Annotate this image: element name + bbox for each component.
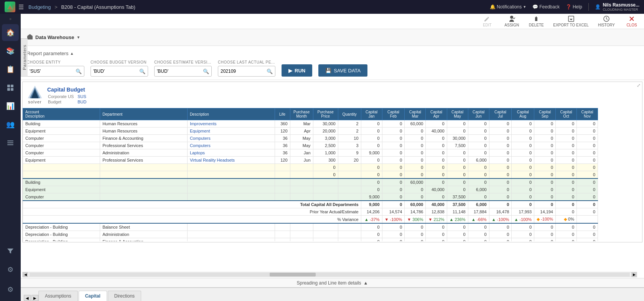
table-row: Equipment Professional Services Virtual … [23, 157, 598, 164]
feedback-link[interactable]: 💬 Feedback [532, 4, 560, 10]
resize-handle[interactable]: ⤢ [637, 83, 641, 87]
budget-search-icon[interactable]: 🔍 [139, 69, 145, 74]
sidebar: » 🏠 📚 📋 📊 👥 ⚙ ⚙ [0, 14, 21, 301]
sidebar-item-reports[interactable]: 📚 [2, 43, 19, 59]
entity-input[interactable] [30, 69, 76, 74]
edit-button[interactable]: EDIT [479, 15, 495, 27]
close-button[interactable]: CLOS [624, 15, 639, 27]
table-row: Computer Professional Services Computers… [23, 142, 598, 149]
warehouse-icon [27, 34, 33, 41]
svg-rect-2 [7, 85, 10, 87]
table-row: Building Human Resources Improvements 36… [23, 120, 598, 128]
company-code: SUS [77, 94, 89, 99]
run-button[interactable]: ▶ RUN [282, 64, 312, 77]
logo [5, 2, 15, 12]
sidebar-item-users[interactable]: 👥 [2, 116, 19, 133]
assign-button[interactable]: ASSIGN [504, 15, 519, 27]
help-icon: ❓ [566, 4, 572, 10]
warehouse-selector[interactable]: Data Warehouse ▼ [27, 34, 80, 41]
help-link[interactable]: ❓ Help [566, 4, 582, 10]
spreadsheet-area: ⤢ solver Capital Budget Corporate US SUS [22, 82, 642, 242]
table-row[interactable]: 0 0 0 0 0 0 0 0 0 0 0 0 [23, 171, 598, 179]
svg-rect-10 [27, 36, 33, 39]
svg-rect-3 [11, 85, 13, 87]
sidebar-item-home[interactable]: 🏠 [2, 24, 19, 41]
nav-actions: 🔔 Notifications ▼ 💬 Feedback ❓ Help 👤 Ni… [490, 2, 639, 11]
company-label: Corporate US [48, 94, 77, 99]
budget-param: CHOOSE BUDGET VERSION 🔍 [91, 60, 148, 77]
user-section[interactable]: 👤 Nils Rasmusse... CLOUDMAG MASTER [595, 2, 639, 11]
chevron-up-icon: ▲ [70, 51, 74, 56]
estimate-param: CHOOSE ESTIMATE VERSI... 🔍 [154, 60, 212, 77]
depreciation-row: Depreciation - Building Administration 0… [23, 231, 598, 238]
depreciation-row: Depreciation - Building Balance Sheet 0 … [23, 223, 598, 231]
tab-capital[interactable]: Capital [79, 291, 107, 301]
tab-directions[interactable]: Directions [108, 291, 141, 301]
table-row: Computer Finance & Accounting Computers … [23, 135, 598, 142]
scroll-left-button[interactable]: ◀ [23, 272, 28, 277]
chevron-down-icon: ▼ [523, 5, 526, 9]
breadcrumb: Budgeting > B208 - Capital (Assumptions … [28, 4, 487, 10]
table-row[interactable]: 0 0 0 0 0 0 0 0 0 0 0 0 [23, 164, 598, 171]
svg-rect-5 [11, 88, 13, 91]
sub-toolbar: Data Warehouse ▼ [21, 29, 644, 46]
last-actual-input[interactable] [221, 69, 267, 74]
report-title: Capital Budget [47, 87, 91, 93]
report-header: solver Capital Budget Corporate US SUS B… [23, 82, 642, 108]
toolbar: EDIT ASSIGN DELETE EXPORT TO EXCEL HISTO… [21, 14, 644, 29]
parameters-side-label[interactable]: Parameters [21, 38, 28, 77]
user-icon: 👤 [595, 4, 601, 10]
topbar: ☰ Budgeting > B208 - Capital (Assumption… [0, 0, 644, 14]
notifications-link[interactable]: 🔔 Notifications ▼ [490, 4, 526, 10]
bell-icon: 🔔 [490, 4, 496, 10]
subtotal-equipment-row: Equipment 0 0 0 40,000 0 6,000 0 [23, 186, 598, 193]
sidebar-item-settings[interactable]: ⚙ [2, 281, 19, 298]
chevron-down-icon: ▼ [76, 35, 80, 39]
version-code: BUD [77, 100, 89, 104]
arrow-up-icon: ▲ [364, 280, 368, 286]
data-table: AccountDescription Department Descriptio… [23, 108, 598, 241]
variance-row: % Variance ▲ -37% ▼ -100% ▼ 306% ▼ 212% … [23, 216, 598, 224]
bottom-tabs: ◀ ▶ Assumptions Capital Directions [21, 287, 644, 301]
tab-assumptions[interactable]: Assumptions [38, 291, 78, 301]
bottom-bar[interactable]: Spreading and Line item details ▲ [21, 278, 644, 287]
delete-button[interactable]: DELETE [529, 15, 544, 27]
last-actual-param: CHOOSE LAST ACTUAL PE... 🔍 [218, 60, 275, 77]
svg-rect-4 [7, 88, 10, 91]
depreciation-row: Depreciation - Building Finance & Accoun… [23, 238, 598, 242]
estimate-search-icon[interactable]: 🔍 [203, 69, 209, 74]
export-button[interactable]: EXPORT TO EXCEL [553, 15, 589, 27]
tab-scroll-right[interactable]: ▶ [31, 295, 38, 301]
menu-icon[interactable]: ☰ [18, 3, 24, 11]
subtotal-computer-row: Computer 9,000 0 0 0 37,500 0 0 [23, 193, 598, 201]
data-table-wrap[interactable]: AccountDescription Department Descriptio… [23, 108, 642, 241]
estimate-input[interactable] [157, 69, 203, 74]
table-row: Equipment Human Resources Equipment 120 … [23, 128, 598, 135]
tab-scroll-left[interactable]: ◀ [24, 295, 31, 301]
sidebar-item-forms[interactable]: 📋 [2, 61, 19, 78]
sidebar-item-filter[interactable] [2, 243, 19, 260]
save-icon: 💾 [325, 68, 331, 74]
report-parameters: Report parameters ▲ CHOOSE ENTITY 🔍 CHOO… [21, 46, 644, 80]
horizontal-scrollbar[interactable]: ◀ ▶ [22, 272, 637, 277]
params-header[interactable]: Report parameters ▲ [27, 51, 638, 56]
sidebar-item-dashboards[interactable] [2, 79, 19, 96]
comment-icon: 💬 [532, 4, 538, 10]
svg-rect-8 [7, 144, 13, 145]
save-data-button[interactable]: 💾 SAVE DATA [318, 64, 367, 77]
subtotal-building-row: Building 0 0 60,000 0 0 0 0 [23, 178, 598, 186]
sidebar-item-tools[interactable]: ⚙ [2, 261, 19, 278]
sidebar-expand[interactable]: » [9, 17, 12, 21]
sidebar-item-modules[interactable] [2, 134, 19, 151]
table-row: Computer Administration Laptops 36 Jan 1… [23, 149, 598, 157]
entity-search-icon[interactable]: 🔍 [76, 69, 82, 74]
sidebar-item-analytics[interactable]: 📊 [2, 98, 19, 115]
prior-year-row: Prior Year Actual/Estimate 14,206 14,574… [23, 208, 598, 216]
total-row: Total Capital All Departments 9,000 0 60… [23, 201, 598, 208]
version-label: Budget [48, 100, 77, 104]
history-button[interactable]: HISTORY [598, 15, 615, 27]
last-actual-search-icon[interactable]: 🔍 [267, 69, 273, 74]
budget-input[interactable] [93, 69, 139, 74]
scroll-right-button[interactable]: ▶ [631, 272, 637, 277]
main-content: EDIT ASSIGN DELETE EXPORT TO EXCEL HISTO… [21, 14, 644, 301]
